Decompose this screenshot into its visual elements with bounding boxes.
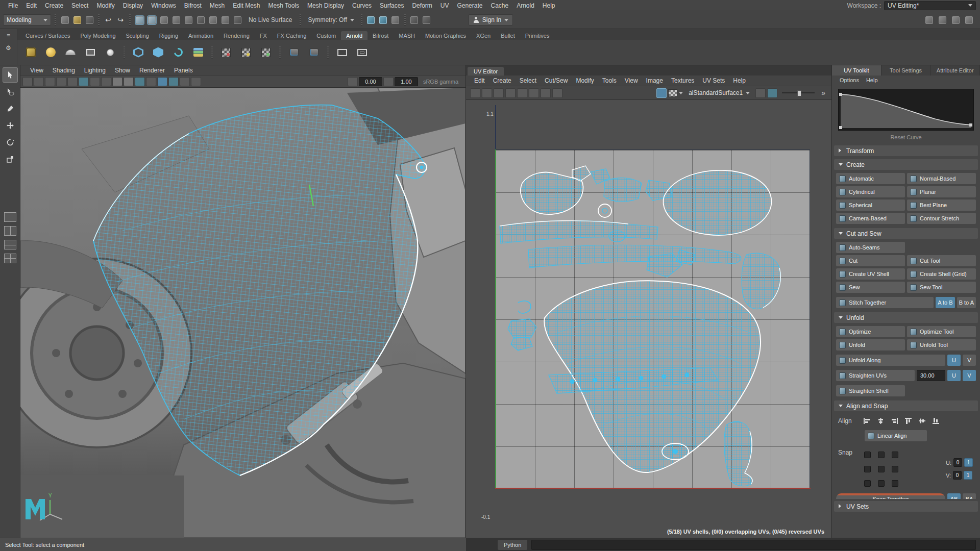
shelf-tab-xgen[interactable]: XGen <box>471 31 496 40</box>
menu-deform[interactable]: Deform <box>408 1 436 10</box>
soft-select-falloff-curve[interactable] <box>838 89 974 131</box>
align-v-min-button[interactable] <box>930 416 941 426</box>
status-group-grip[interactable] <box>361 14 362 26</box>
single-pane-layout-button[interactable] <box>4 212 16 222</box>
multisample-icon[interactable] <box>180 77 190 86</box>
optimize-button[interactable]: Optimize <box>836 326 905 337</box>
menu-edit[interactable]: Edit <box>22 1 41 10</box>
exposure-field[interactable]: 0.00 <box>359 77 382 86</box>
undo-icon[interactable]: ↩ <box>102 14 114 26</box>
sign-in-button[interactable]: Sign In <box>469 14 513 26</box>
depth-of-field-icon[interactable] <box>191 77 201 86</box>
screen-space-ao-icon[interactable] <box>157 77 167 86</box>
straighten-angle-field[interactable]: 30.00 <box>917 370 945 381</box>
create-shell-grid-button[interactable]: Create Shell (Grid) <box>907 268 976 280</box>
use-all-lights-icon[interactable] <box>135 77 145 86</box>
cut-button[interactable]: Cut <box>836 255 905 266</box>
status-group-grip[interactable] <box>129 14 131 26</box>
uv-menu-help[interactable]: Help <box>729 77 750 85</box>
four-pane-layout-button[interactable] <box>4 254 16 263</box>
unfold-button[interactable]: Unfold <box>836 339 905 350</box>
menu-file[interactable]: File <box>4 1 22 10</box>
align-v-center-button[interactable] <box>916 416 927 426</box>
sew-tool-button[interactable]: Sew Tool <box>907 282 976 293</box>
shelf-gear-icon[interactable]: ⚙ <box>6 44 11 52</box>
textured-icon[interactable] <box>124 77 134 86</box>
snap-u-1-button[interactable]: 1 <box>964 458 973 467</box>
select-camera-icon[interactable] <box>22 77 33 86</box>
menu-generate[interactable]: Generate <box>453 1 486 10</box>
render-selection-icon[interactable] <box>237 43 255 62</box>
section-create[interactable]: Create <box>834 159 978 170</box>
snap-curve-icon[interactable] <box>145 14 158 26</box>
menu-modify[interactable]: Modify <box>92 1 118 10</box>
texture-material-dropdown[interactable]: aiStandardSurface1 <box>689 89 750 96</box>
shaded-icon[interactable] <box>112 77 122 86</box>
snap-checkbox[interactable] <box>892 480 898 487</box>
uv-menu-image[interactable]: Image <box>642 77 667 85</box>
select-tool[interactable] <box>3 67 18 83</box>
uv-menu-tools[interactable]: Tools <box>598 77 621 85</box>
unfold-tool-button[interactable]: Unfold Tool <box>907 339 976 350</box>
uv-menu-uv-sets[interactable]: UV Sets <box>698 77 729 85</box>
straighten-u-button[interactable]: U <box>947 370 961 381</box>
image-dim-slider[interactable] <box>782 89 815 96</box>
uv-isolate-icon[interactable] <box>552 88 562 98</box>
channel-box-toggle-icon[interactable] <box>963 14 975 26</box>
menu-set-dropdown[interactable]: Modeling <box>3 14 51 26</box>
standin-icon[interactable] <box>129 43 148 62</box>
denoiser-icon[interactable] <box>257 43 275 62</box>
uv-menu-create[interactable]: Create <box>489 77 516 85</box>
menu-display[interactable]: Display <box>119 1 147 10</box>
expand-toolbar-icon[interactable]: » <box>819 89 827 97</box>
make-live-icon[interactable] <box>194 14 207 26</box>
shelf-tab-bifrost[interactable]: Bifrost <box>368 31 394 40</box>
uv-menu-edit[interactable]: Edit <box>470 77 489 85</box>
image-ratio-icon[interactable] <box>755 88 766 98</box>
physical-sky-icon[interactable] <box>41 43 60 62</box>
display-layer-icon[interactable] <box>408 14 421 26</box>
menu-create[interactable]: Create <box>41 1 67 10</box>
uv-menu-view[interactable]: View <box>621 77 642 85</box>
menu-uv[interactable]: UV <box>436 1 453 10</box>
section-cut-and-sew[interactable]: Cut and Sew <box>834 228 978 239</box>
snap-checkbox[interactable] <box>864 466 871 472</box>
snap-checkbox[interactable] <box>864 452 871 458</box>
snap-ba-button[interactable]: BA <box>963 493 976 499</box>
uv-menu-select[interactable]: Select <box>516 77 541 85</box>
baked-texture-icon[interactable] <box>767 88 777 98</box>
aov-browser-icon[interactable] <box>305 43 323 62</box>
toolkit-menu-help[interactable]: Help <box>863 77 881 83</box>
command-input[interactable] <box>531 540 976 550</box>
light-editor-icon[interactable] <box>285 43 303 62</box>
menu-curves[interactable]: Curves <box>348 1 376 10</box>
snap-checkbox[interactable] <box>892 466 898 472</box>
uv-pixel-snap-icon[interactable] <box>494 88 504 98</box>
uv-menu-modify[interactable]: Modify <box>572 77 598 85</box>
area-light-icon[interactable] <box>81 43 100 62</box>
status-group-grip[interactable] <box>55 14 56 26</box>
exposure-icon[interactable] <box>348 77 358 86</box>
linear-align-button[interactable]: Linear Align <box>865 430 927 441</box>
construction-history-icon[interactable] <box>207 14 219 26</box>
ipr-render-icon[interactable] <box>377 14 389 26</box>
save-scene-icon[interactable] <box>83 14 95 26</box>
menu-mesh-display[interactable]: Mesh Display <box>303 1 348 10</box>
shelf-tab-mash[interactable]: MASH <box>394 31 420 40</box>
render-settings-icon[interactable] <box>389 14 402 26</box>
workspace-dropdown[interactable]: UV Editing* <box>884 1 976 10</box>
chevron-down-icon[interactable] <box>679 92 683 94</box>
snap-view-plane-icon[interactable] <box>182 14 194 26</box>
tool-settings-toggle-icon[interactable] <box>936 14 948 26</box>
sidebar-toggle-icon[interactable] <box>923 14 935 26</box>
align-v-max-button[interactable] <box>902 416 914 426</box>
uv-tile-layout-icon[interactable] <box>505 88 516 98</box>
soft-select-icon[interactable] <box>231 14 243 26</box>
menu-arnold[interactable]: Arnold <box>512 1 538 10</box>
stitch-b-to-a-button[interactable]: B to A <box>957 297 976 308</box>
camera-attributes-icon[interactable] <box>45 77 55 86</box>
viewport-menu-view[interactable]: View <box>26 66 48 74</box>
unfold-along-v-button[interactable]: V <box>963 355 976 366</box>
automatic-button[interactable]: Automatic <box>836 173 905 184</box>
bake-selected-icon[interactable] <box>217 43 235 62</box>
